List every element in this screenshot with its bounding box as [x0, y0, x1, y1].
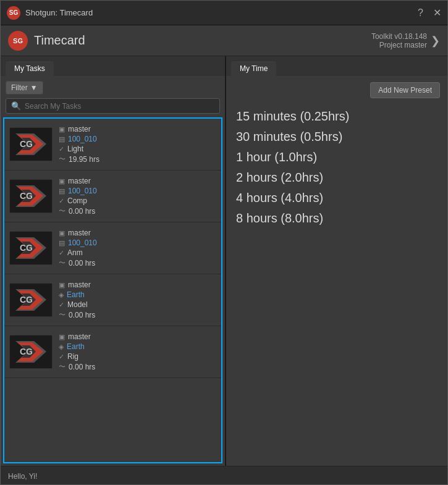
asset-icon: ◈	[59, 291, 64, 299]
header-info: Toolkit v0.18.148 Project master	[371, 32, 427, 49]
task-info: ▣ master ▤ 100_010 ✓ Light 〜 19.95 hrs	[59, 125, 216, 164]
task-type: Rig	[67, 352, 78, 361]
filter-button[interactable]: Filter ▼	[6, 81, 43, 95]
task-sequence-row: ◈ Earth	[59, 342, 216, 351]
header-bar: SG Timecard Toolkit v0.18.148 Project ma…	[1, 25, 447, 56]
task-sequence: 100_010	[68, 135, 97, 143]
film-icon: ▤	[59, 135, 65, 143]
task-sequence-row: ▤ 100_010	[59, 187, 216, 195]
header-left: SG Timecard	[8, 31, 85, 51]
folder-icon: ▣	[59, 177, 65, 185]
preset-list: 15 minutes (0.25hrs) 30 minutes (0.5hrs)…	[226, 102, 447, 233]
waveform-icon: 〜	[59, 206, 66, 216]
task-hours: 0.00 hrs	[69, 363, 95, 371]
filter-dropdown-icon: ▼	[30, 83, 38, 92]
tab-my-time[interactable]: My Time	[231, 61, 276, 76]
app-icon: SG	[7, 6, 20, 20]
svg-text:CG: CG	[20, 347, 33, 356]
task-thumbnail: CG	[9, 231, 53, 265]
list-item[interactable]: 30 minutes (0.5hrs)	[236, 127, 437, 146]
waveform-icon: 〜	[59, 154, 66, 164]
search-bar[interactable]: 🔍	[6, 98, 220, 114]
search-icon: 🔍	[11, 101, 21, 111]
app-title: Timecard	[34, 33, 85, 48]
cg-logo-icon: CG	[10, 180, 52, 213]
list-item[interactable]: 2 hours (2.0hrs)	[236, 168, 437, 187]
check-icon: ✓	[59, 145, 64, 153]
search-input[interactable]	[25, 102, 214, 111]
right-panel-toolbar: Add New Preset	[226, 76, 447, 102]
task-info: ▣ master ▤ 100_010 ✓ Comp 〜 0.00 hrs	[59, 177, 216, 216]
task-hours: 0.00 hrs	[69, 259, 95, 268]
task-project-row: ▣ master	[59, 125, 216, 133]
task-type-row: ✓ Model	[59, 300, 216, 309]
left-panel-toolbar: Filter ▼	[1, 76, 225, 98]
right-panel: My Time Add New Preset 15 minutes (0.25h…	[226, 56, 447, 466]
task-sequence-row: ▤ 100_010	[59, 238, 216, 247]
cg-logo-icon: CG	[10, 232, 52, 264]
task-hours-row: 〜 19.95 hrs	[59, 154, 216, 164]
add-preset-button[interactable]: Add New Preset	[370, 82, 440, 98]
list-item[interactable]: CG ▣ master ◈ Earth ✓ Model	[4, 274, 221, 326]
task-project-row: ▣ master	[59, 280, 216, 289]
svg-text:CG: CG	[20, 295, 33, 305]
task-sequence-row: ◈ Earth	[59, 290, 216, 299]
cg-logo-icon: CG	[10, 335, 52, 368]
filter-label: Filter	[11, 83, 28, 92]
task-list[interactable]: CG ▣ master ▤ 100_010 ✓ Light	[3, 117, 222, 463]
waveform-icon: 〜	[59, 362, 66, 371]
header-chevron-icon[interactable]: ❯	[431, 34, 440, 48]
folder-icon: ▣	[59, 229, 65, 237]
task-hours: 19.95 hrs	[69, 155, 99, 164]
list-item[interactable]: 8 hours (8.0hrs)	[236, 209, 437, 228]
list-item[interactable]: CG ▣ master ▤ 100_010 ✓ Anm	[4, 222, 221, 274]
cg-logo-icon: CG	[10, 128, 52, 161]
task-hours: 0.00 hrs	[69, 207, 95, 216]
task-type-row: ✓ Light	[59, 145, 216, 153]
task-project-row: ▣ master	[59, 332, 216, 341]
check-icon: ✓	[59, 249, 64, 257]
task-project: master	[68, 125, 91, 133]
folder-icon: ▣	[59, 333, 65, 341]
task-project: master	[68, 280, 91, 289]
task-project-row: ▣ master	[59, 177, 216, 185]
list-item[interactable]: CG ▣ master ▤ 100_010 ✓ Comp	[4, 171, 221, 222]
header-right: Toolkit v0.18.148 Project master ❯	[371, 32, 440, 49]
list-item[interactable]: 15 minutes (0.25hrs)	[236, 107, 437, 126]
folder-icon: ▣	[59, 125, 65, 133]
list-item[interactable]: 1 hour (1.0hrs)	[236, 148, 437, 167]
task-project: master	[68, 177, 91, 185]
left-panel: My Tasks Filter ▼ 🔍	[1, 56, 226, 466]
task-sequence-row: ▤ 100_010	[59, 135, 216, 143]
status-bar: Hello, Yi!	[1, 466, 447, 485]
task-thumbnail: CG	[9, 283, 53, 317]
status-message: Hello, Yi!	[8, 472, 37, 481]
check-icon: ✓	[59, 197, 64, 205]
close-button[interactable]: ✕	[433, 8, 441, 18]
task-info: ▣ master ▤ 100_010 ✓ Anm 〜 0.00 hrs	[59, 229, 216, 268]
asset-icon: ◈	[59, 343, 64, 351]
left-panel-tabs: My Tasks	[1, 56, 225, 76]
task-hours-row: 〜 0.00 hrs	[59, 362, 216, 371]
list-item[interactable]: 4 hours (4.0hrs)	[236, 188, 437, 208]
film-icon: ▤	[59, 187, 65, 195]
check-icon: ✓	[59, 353, 64, 361]
window-title: Shotgun: Timecard	[25, 8, 93, 17]
svg-text:CG: CG	[20, 191, 33, 201]
tab-my-tasks[interactable]: My Tasks	[6, 61, 54, 76]
task-type: Model	[67, 300, 88, 309]
list-item[interactable]: CG ▣ master ▤ 100_010 ✓ Light	[4, 119, 221, 171]
title-bar-left: SG Shotgun: Timecard	[7, 6, 93, 20]
task-sequence: Earth	[67, 290, 85, 299]
task-type-row: ✓ Anm	[59, 248, 216, 257]
title-bar-controls: ? ✕	[418, 8, 441, 18]
task-hours: 0.00 hrs	[69, 311, 95, 319]
svg-text:CG: CG	[20, 139, 33, 149]
help-button[interactable]: ?	[418, 8, 423, 18]
list-item[interactable]: CG ▣ master ◈ Earth ✓ Rig	[4, 326, 221, 378]
folder-icon: ▣	[59, 281, 65, 289]
film-icon: ▤	[59, 239, 65, 247]
task-project: master	[68, 229, 91, 237]
right-panel-tabs: My Time	[226, 56, 447, 76]
task-sequence: 100_010	[68, 238, 97, 247]
